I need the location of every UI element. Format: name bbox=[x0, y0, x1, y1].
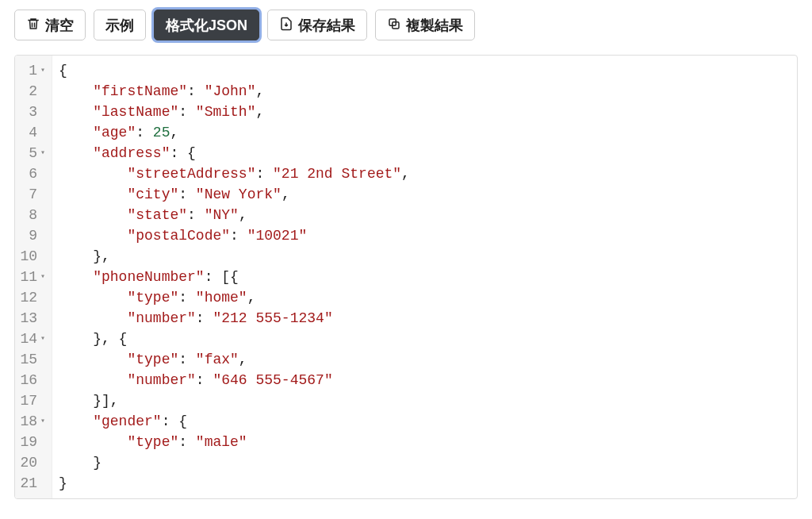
gutter-line[interactable]: 18▾ bbox=[15, 411, 52, 432]
code-line[interactable]: "lastName": "Smith", bbox=[59, 102, 410, 122]
code-token: "646 555-4567" bbox=[213, 372, 332, 388]
code-token: "number" bbox=[127, 310, 195, 326]
fold-toggle-icon[interactable]: ▾ bbox=[39, 267, 47, 287]
save-result-button[interactable]: 保存結果 bbox=[267, 10, 367, 40]
code-token: 25 bbox=[153, 125, 170, 140]
code-token: "NY" bbox=[205, 207, 239, 223]
code-token bbox=[59, 290, 127, 306]
fold-toggle-icon[interactable]: ▾ bbox=[39, 329, 47, 349]
gutter-line: 17 bbox=[15, 390, 52, 411]
code-token: "10021" bbox=[247, 228, 308, 244]
code-token: : { bbox=[170, 145, 195, 161]
code-token: , bbox=[170, 125, 178, 140]
code-line[interactable]: "number": "646 555-4567" bbox=[59, 370, 410, 390]
code-token: , bbox=[401, 166, 410, 182]
code-token bbox=[59, 125, 93, 140]
code-line[interactable]: }, { bbox=[59, 329, 410, 349]
code-line[interactable]: "number": "212 555-1234" bbox=[59, 308, 410, 329]
code-line[interactable]: }], bbox=[59, 390, 410, 411]
code-line[interactable]: "firstName": "John", bbox=[59, 81, 410, 102]
gutter-line: 6 bbox=[15, 163, 52, 184]
gutter-line: 8 bbox=[15, 205, 52, 225]
gutter-line: 15 bbox=[15, 349, 52, 370]
code-token: "lastName" bbox=[93, 104, 178, 120]
code-token bbox=[59, 166, 127, 182]
copy-result-button-label: 複製結果 bbox=[406, 18, 463, 33]
code-line[interactable]: } bbox=[59, 473, 410, 494]
code-token: "type" bbox=[127, 434, 178, 450]
code-token: { bbox=[59, 63, 67, 79]
line-number: 21 bbox=[20, 473, 37, 494]
code-line[interactable]: "type": "fax", bbox=[59, 349, 410, 370]
code-token: "postalCode" bbox=[127, 228, 230, 244]
code-token: , bbox=[282, 186, 290, 202]
code-token bbox=[59, 104, 93, 120]
toolbar: 清空 示例 格式化JSON 保存結果 複製結果 bbox=[14, 10, 798, 40]
code-token: } bbox=[59, 475, 67, 491]
copy-result-button[interactable]: 複製結果 bbox=[375, 10, 475, 40]
code-line[interactable]: "type": "male" bbox=[59, 432, 410, 452]
code-token: "Smith" bbox=[196, 104, 256, 120]
copy-icon bbox=[387, 17, 401, 33]
line-number: 19 bbox=[20, 432, 37, 452]
code-line[interactable]: } bbox=[59, 452, 410, 473]
example-button[interactable]: 示例 bbox=[94, 10, 146, 40]
code-line[interactable]: "state": "NY", bbox=[59, 205, 410, 225]
code-token: : bbox=[187, 83, 205, 99]
clear-button[interactable]: 清空 bbox=[14, 10, 86, 40]
code-token: "gender" bbox=[93, 413, 161, 429]
code-token: "number" bbox=[127, 372, 195, 388]
code-line[interactable]: "phoneNumber": [{ bbox=[59, 267, 410, 287]
code-line[interactable]: "city": "New York", bbox=[59, 184, 410, 205]
code-token: }], bbox=[59, 393, 119, 409]
gutter-line: 19 bbox=[15, 432, 52, 452]
code-line[interactable]: }, bbox=[59, 246, 410, 267]
line-number: 3 bbox=[20, 102, 37, 122]
gutter-line[interactable]: 11▾ bbox=[15, 267, 52, 287]
gutter-line[interactable]: 14▾ bbox=[15, 329, 52, 349]
trash-icon bbox=[26, 17, 40, 33]
code-token: , bbox=[255, 104, 264, 120]
fold-toggle-icon[interactable]: ▾ bbox=[39, 411, 47, 432]
line-number: 18 bbox=[20, 411, 37, 432]
code-token: "city" bbox=[127, 186, 178, 202]
save-result-button-label: 保存結果 bbox=[298, 18, 355, 33]
code-token: : bbox=[230, 228, 247, 244]
gutter-line[interactable]: 5▾ bbox=[15, 143, 52, 163]
code-line[interactable]: "type": "home", bbox=[59, 287, 410, 308]
download-file-icon bbox=[279, 17, 293, 33]
code-token bbox=[59, 269, 93, 285]
gutter-line: 9 bbox=[15, 225, 52, 246]
code-token: : bbox=[187, 207, 205, 223]
line-number: 15 bbox=[20, 349, 37, 370]
code-token: } bbox=[59, 455, 102, 471]
gutter-line[interactable]: 1▾ bbox=[15, 60, 52, 81]
code-token bbox=[59, 434, 127, 450]
code-token: : bbox=[196, 372, 213, 388]
code-token: , bbox=[239, 352, 247, 367]
code-token bbox=[59, 83, 93, 99]
code-line[interactable]: "address": { bbox=[59, 143, 410, 163]
code-token bbox=[59, 186, 127, 202]
code-token: "type" bbox=[127, 352, 178, 367]
line-number: 2 bbox=[20, 81, 37, 102]
code-token: : bbox=[178, 186, 196, 202]
code-token: "John" bbox=[205, 83, 256, 99]
code-line[interactable]: "postalCode": "10021" bbox=[59, 225, 410, 246]
line-number: 1 bbox=[20, 60, 37, 81]
format-json-button[interactable]: 格式化JSON bbox=[154, 10, 259, 40]
code-line[interactable]: "streetAddress": "21 2nd Street", bbox=[59, 163, 410, 184]
editor-code[interactable]: { "firstName": "John", "lastName": "Smit… bbox=[52, 56, 416, 498]
code-token: : bbox=[255, 166, 273, 182]
line-number: 20 bbox=[20, 452, 37, 473]
fold-toggle-icon[interactable]: ▾ bbox=[39, 60, 47, 81]
fold-toggle-icon[interactable]: ▾ bbox=[39, 143, 47, 163]
editor-gutter: 1▾2345▾67891011▾121314▾15161718▾192021 bbox=[15, 56, 52, 498]
code-line[interactable]: "gender": { bbox=[59, 411, 410, 432]
gutter-line: 2 bbox=[15, 81, 52, 102]
code-token: : bbox=[178, 352, 196, 367]
code-line[interactable]: { bbox=[59, 60, 410, 81]
code-token: "firstName" bbox=[93, 83, 187, 99]
json-editor[interactable]: 1▾2345▾67891011▾121314▾15161718▾192021 {… bbox=[14, 55, 798, 499]
code-line[interactable]: "age": 25, bbox=[59, 122, 410, 143]
